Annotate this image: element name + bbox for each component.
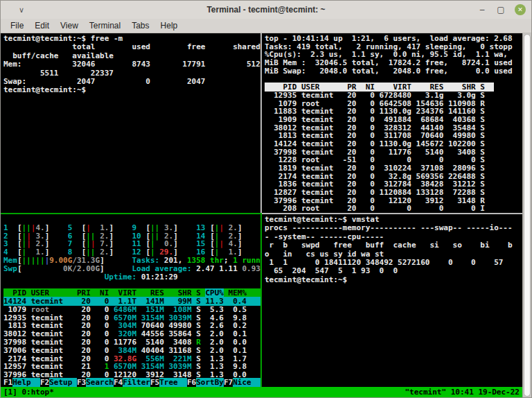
scrollbar-thumb[interactable] xyxy=(524,34,531,397)
menu-help[interactable]: Help xyxy=(155,19,184,32)
menu-bar: File Edit View Terminal Tabs Help xyxy=(1,19,531,33)
tmux-status-bar: [1] 0:htop* "tecmint" 10:41 19-Dec-22 xyxy=(1,387,522,397)
pane-htop[interactable]: 1 [|||4.] 5 [| 1.] 9 [|| 3.] 13 [|| 2.]2… xyxy=(1,214,260,387)
tmux-panes: tecmint@tecmint:~$ free -m total used fr… xyxy=(1,33,522,387)
window-title: Terminal - tecmint@tecmint: ~ xyxy=(1,5,531,15)
minimize-button[interactable]: – xyxy=(477,5,487,15)
pane-free-output[interactable]: tecmint@tecmint:~$ free -m total used fr… xyxy=(1,33,260,213)
pane-vmstat-output[interactable]: tecmint@tecmint:~$ vmstatprocs ---------… xyxy=(262,214,522,387)
menu-view[interactable]: View xyxy=(55,19,84,32)
htop-output: 1 [|||4.] 5 [| 1.] 9 [|| 3.] 13 [|| 2.]2… xyxy=(3,216,260,379)
menu-tabs[interactable]: Tabs xyxy=(126,19,154,32)
menu-file[interactable]: File xyxy=(5,19,29,32)
title-bar: ∨ Terminal - tecmint@tecmint: ~ – ▢ ✕ xyxy=(1,1,531,19)
pane-top-output[interactable]: top - 10:41:14 up 1:21, 6 users, load av… xyxy=(262,33,522,213)
terminal-area: tecmint@tecmint:~$ free -m total used fr… xyxy=(1,33,531,397)
maximize-button[interactable]: ▢ xyxy=(496,5,506,15)
close-button[interactable]: ✕ xyxy=(515,4,526,15)
menu-terminal[interactable]: Terminal xyxy=(84,19,126,32)
tmux-session-window-label[interactable]: [1] 0:htop* xyxy=(3,387,54,397)
window-menu-chevron-icon[interactable]: ∨ xyxy=(19,6,24,15)
terminal-window: ∨ Terminal - tecmint@tecmint: ~ – ▢ ✕ Fi… xyxy=(0,0,532,398)
tmux-host-clock-label: "tecmint" 10:41 19-Dec-22 xyxy=(405,387,520,397)
scrollbar-track[interactable] xyxy=(522,33,531,397)
menu-edit[interactable]: Edit xyxy=(29,19,55,32)
htop-function-key-bar[interactable]: F1Help F2Setup F3SearchF4FilterF5Tree F6… xyxy=(3,379,260,387)
